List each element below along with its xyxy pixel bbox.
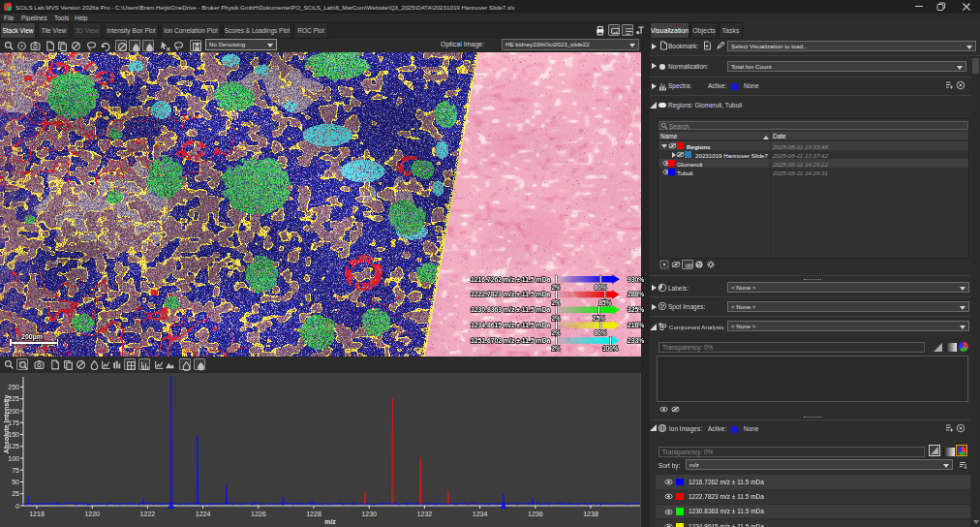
svg-text:80%: 80% <box>595 329 607 336</box>
svg-text:85%: 85% <box>598 299 611 306</box>
svg-text:1228: 1228 <box>306 511 322 517</box>
svg-text:100%: 100% <box>602 345 619 352</box>
svg-text:100: 100 <box>8 455 19 462</box>
svg-text:1222.7823 m/z ± 11.5 mDa: 1222.7823 m/z ± 11.5 mDa <box>471 291 551 297</box>
svg-text:75: 75 <box>12 467 19 474</box>
svg-text:325%: 325% <box>628 306 644 313</box>
svg-text:1226: 1226 <box>251 511 266 517</box>
svg-text:150: 150 <box>8 431 19 438</box>
svg-text:930%: 930% <box>628 276 644 283</box>
svg-text:2%: 2% <box>551 315 561 322</box>
svg-text:288%: 288% <box>628 291 644 297</box>
svg-text:2%: 2% <box>551 329 561 336</box>
svg-text:200: 200 <box>8 408 19 415</box>
svg-text:1220: 1220 <box>84 511 100 517</box>
svg-text:1251.6702 m/z ± 11.5 mDa: 1251.6702 m/z ± 11.5 mDa <box>471 337 551 344</box>
svg-text:1218: 1218 <box>29 511 45 517</box>
svg-text:75%: 75% <box>593 315 605 322</box>
svg-text:2%: 2% <box>551 284 561 291</box>
svg-text:125: 125 <box>8 443 19 450</box>
svg-text:2%: 2% <box>551 345 561 352</box>
svg-text:80%: 80% <box>595 284 607 291</box>
svg-text:0: 0 <box>15 503 19 510</box>
svg-text:1238: 1238 <box>583 511 598 517</box>
svg-text:1232: 1232 <box>417 511 433 517</box>
svg-text:2%: 2% <box>551 299 561 306</box>
svg-text:218%: 218% <box>628 322 644 328</box>
svg-text:175: 175 <box>8 419 19 426</box>
svg-text:1236: 1236 <box>528 511 543 517</box>
svg-text:1230: 1230 <box>361 511 377 517</box>
svg-text:225: 225 <box>8 395 19 402</box>
svg-text:233%: 233% <box>628 337 644 344</box>
svg-text:Absolute Intensity: Absolute Intensity <box>3 395 11 454</box>
svg-text:1234: 1234 <box>473 511 488 517</box>
svg-text:1224: 1224 <box>196 511 211 517</box>
svg-text:m/z: m/z <box>324 518 336 525</box>
svg-text:25: 25 <box>12 490 19 497</box>
svg-text:50: 50 <box>12 479 19 485</box>
svg-text:1234.8615 m/z ± 11.5 mDa: 1234.8615 m/z ± 11.5 mDa <box>471 322 551 328</box>
svg-text:250: 250 <box>8 384 19 390</box>
svg-text:1216.7262 m/z ± 11.5 mDa: 1216.7262 m/z ± 11.5 mDa <box>471 276 551 283</box>
svg-text:1230.8363 m/z ± 11.5 mDa: 1230.8363 m/z ± 11.5 mDa <box>471 306 551 313</box>
svg-text:1222: 1222 <box>140 511 156 517</box>
